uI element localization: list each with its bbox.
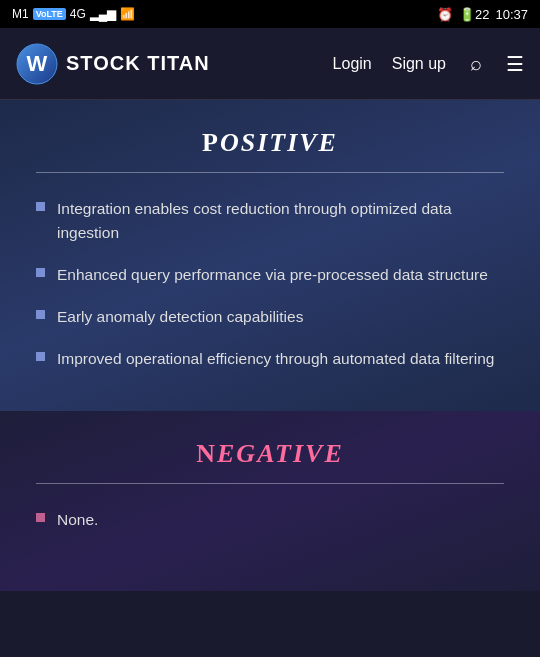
- positive-divider: [36, 172, 504, 173]
- list-item-text: None.: [57, 508, 504, 532]
- header: W STOCK TITAN Login Sign up ⌕ ☰: [0, 28, 540, 100]
- bullet-icon: [36, 352, 45, 361]
- bullet-icon: [36, 310, 45, 319]
- wifi-icon: 📶: [120, 7, 135, 21]
- list-item-text: Improved operational efficiency through …: [57, 347, 504, 371]
- bullet-icon: [36, 202, 45, 211]
- status-right: ⏰ 🔋22 10:37: [437, 7, 528, 22]
- bullet-icon: [36, 268, 45, 277]
- volte-badge: VoLTE: [33, 8, 66, 20]
- positive-section: Positive Integration enables cost reduct…: [0, 100, 540, 411]
- network-label: 4G: [70, 7, 86, 21]
- search-icon[interactable]: ⌕: [470, 52, 482, 75]
- list-item: Integration enables cost reduction throu…: [36, 197, 504, 245]
- signup-link[interactable]: Sign up: [392, 55, 446, 73]
- list-item: Enhanced query performance via pre-proce…: [36, 263, 504, 287]
- nav-links: Login Sign up ⌕ ☰: [333, 52, 524, 76]
- list-item-text: Enhanced query performance via pre-proce…: [57, 263, 504, 287]
- negative-section: Negative None.: [0, 411, 540, 591]
- menu-icon[interactable]: ☰: [506, 52, 524, 76]
- svg-text:W: W: [27, 51, 48, 76]
- list-item: None.: [36, 508, 504, 532]
- negative-list: None.: [36, 508, 504, 532]
- clock: 10:37: [495, 7, 528, 22]
- logo-icon: W: [16, 43, 58, 85]
- battery-icon: 🔋22: [459, 7, 489, 22]
- list-item-text: Integration enables cost reduction throu…: [57, 197, 504, 245]
- negative-divider: [36, 483, 504, 484]
- list-item: Improved operational efficiency through …: [36, 347, 504, 371]
- alarm-icon: ⏰: [437, 7, 453, 22]
- logo-text: STOCK TITAN: [66, 52, 210, 75]
- carrier-label: M1: [12, 7, 29, 21]
- logo-area: W STOCK TITAN: [16, 43, 333, 85]
- list-item-text: Early anomaly detection capabilities: [57, 305, 504, 329]
- positive-list: Integration enables cost reduction throu…: [36, 197, 504, 371]
- positive-title: Positive: [36, 128, 504, 158]
- list-item: Early anomaly detection capabilities: [36, 305, 504, 329]
- status-bar: M1 VoLTE 4G ▂▄▆ 📶 ⏰ 🔋22 10:37: [0, 0, 540, 28]
- main-content: Positive Integration enables cost reduct…: [0, 100, 540, 591]
- status-left: M1 VoLTE 4G ▂▄▆ 📶: [12, 7, 135, 21]
- bullet-icon: [36, 513, 45, 522]
- login-link[interactable]: Login: [333, 55, 372, 73]
- negative-title: Negative: [36, 439, 504, 469]
- signal-icon: ▂▄▆: [90, 7, 117, 21]
